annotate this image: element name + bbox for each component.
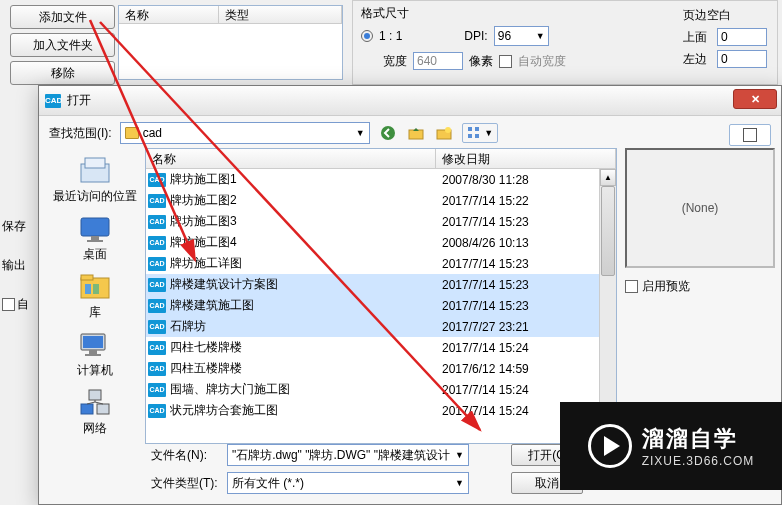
file-row[interactable]: CAD牌坊施工图12007/8/30 11:28 bbox=[146, 169, 599, 190]
file-row[interactable]: CAD牌楼建筑施工图2017/7/14 15:23 bbox=[146, 295, 599, 316]
file-date: 2008/4/26 10:13 bbox=[442, 236, 599, 250]
new-folder-icon[interactable] bbox=[434, 123, 454, 143]
svg-rect-15 bbox=[85, 284, 91, 294]
cad-file-icon: CAD bbox=[148, 362, 166, 376]
filetype-combo[interactable]: 所有文件 (*.*) ▼ bbox=[227, 472, 469, 494]
up-folder-icon[interactable] bbox=[406, 123, 426, 143]
ratio-radio[interactable] bbox=[361, 30, 373, 42]
remove-button[interactable]: 移除 bbox=[10, 61, 115, 85]
look-in-combo[interactable]: cad ▼ bbox=[120, 122, 370, 144]
settings-panel: 格式尺寸 1 : 1 DPI: 96 ▼ 宽度 像素 自动宽度 页 bbox=[352, 0, 778, 85]
header-name[interactable]: 名称 bbox=[146, 149, 436, 168]
width-input[interactable] bbox=[413, 52, 463, 70]
svg-rect-22 bbox=[81, 404, 93, 414]
place-libraries[interactable]: 库 bbox=[50, 268, 140, 324]
view-menu-icon[interactable]: ▼ bbox=[462, 123, 498, 143]
svg-rect-5 bbox=[475, 127, 479, 131]
file-row[interactable]: CAD牌坊施工图32017/7/14 15:23 bbox=[146, 211, 599, 232]
file-date: 2017/7/27 23:21 bbox=[442, 320, 599, 334]
file-row[interactable]: CAD牌楼建筑设计方案图2017/7/14 15:23 bbox=[146, 274, 599, 295]
file-row[interactable]: CAD四柱七楼牌楼2017/7/14 15:24 bbox=[146, 337, 599, 358]
scroll-up-button[interactable]: ▲ bbox=[600, 169, 616, 186]
filename-value: "石牌坊.dwg" "牌坊.DWG" "牌楼建筑设计 bbox=[232, 447, 450, 464]
auto-width-checkbox[interactable] bbox=[499, 55, 512, 68]
col-name[interactable]: 名称 bbox=[119, 6, 219, 23]
file-date: 2017/6/12 14:59 bbox=[442, 362, 599, 376]
file-name: 牌楼建筑设计方案图 bbox=[170, 276, 442, 293]
cad-file-icon: CAD bbox=[148, 215, 166, 229]
svg-rect-16 bbox=[93, 284, 99, 294]
close-button[interactable]: ✕ bbox=[733, 89, 777, 109]
file-name: 牌坊施工图4 bbox=[170, 234, 442, 251]
svg-rect-12 bbox=[87, 240, 103, 242]
add-folder-button[interactable]: 加入文件夹 bbox=[10, 33, 115, 57]
cad-icon: CAD bbox=[45, 94, 61, 108]
file-list-panel: 名称 类型 bbox=[118, 5, 343, 80]
margin-top-label: 上面 bbox=[683, 29, 711, 46]
filename-combo[interactable]: "石牌坊.dwg" "牌坊.DWG" "牌楼建筑设计 ▼ bbox=[227, 444, 469, 466]
file-row[interactable]: CAD状元牌坊合套施工图2017/7/14 15:24 bbox=[146, 400, 599, 421]
cad-file-icon: CAD bbox=[148, 320, 166, 334]
file-row[interactable]: CAD石牌坊2017/7/27 23:21 bbox=[146, 316, 599, 337]
svg-rect-20 bbox=[85, 354, 101, 356]
left-sidebar-labels: 保存 输出 自 bbox=[2, 218, 36, 335]
places-bar: 最近访问的位置 桌面 库 计算机 网络 bbox=[45, 148, 145, 444]
cad-file-icon: CAD bbox=[148, 299, 166, 313]
look-in-label: 查找范围(I): bbox=[49, 125, 112, 142]
add-file-button[interactable]: 添加文件 bbox=[10, 5, 115, 29]
dpi-value: 96 bbox=[498, 29, 511, 43]
enable-preview-checkbox[interactable] bbox=[625, 280, 638, 293]
svg-rect-9 bbox=[85, 158, 105, 168]
place-desktop[interactable]: 桌面 bbox=[50, 210, 140, 266]
chevron-down-icon: ▼ bbox=[536, 31, 545, 41]
file-row[interactable]: CAD四柱五楼牌楼2017/6/12 14:59 bbox=[146, 358, 599, 379]
margin-left-input[interactable] bbox=[717, 50, 767, 68]
file-date: 2017/7/14 15:24 bbox=[442, 383, 599, 397]
place-network[interactable]: 网络 bbox=[50, 384, 140, 440]
file-date: 2017/7/14 15:22 bbox=[442, 194, 599, 208]
svg-rect-18 bbox=[83, 336, 103, 348]
file-date: 2007/8/30 11:28 bbox=[442, 173, 599, 187]
cad-file-icon: CAD bbox=[148, 257, 166, 271]
cad-file-icon: CAD bbox=[148, 194, 166, 208]
place-recent-label: 最近访问的位置 bbox=[53, 188, 137, 205]
place-desktop-label: 桌面 bbox=[83, 246, 107, 263]
margin-left-label: 左边 bbox=[683, 51, 711, 68]
place-recent[interactable]: 最近访问的位置 bbox=[50, 152, 140, 208]
dialog-title: 打开 bbox=[67, 92, 91, 109]
place-computer[interactable]: 计算机 bbox=[50, 326, 140, 382]
folder-icon bbox=[125, 127, 139, 139]
file-name: 四柱五楼牌楼 bbox=[170, 360, 442, 377]
svg-point-0 bbox=[381, 126, 395, 140]
svg-rect-21 bbox=[89, 390, 101, 400]
play-icon bbox=[588, 424, 632, 468]
file-list: 名称 修改日期 CAD牌坊施工图12007/8/30 11:28CAD牌坊施工图… bbox=[145, 148, 617, 444]
margin-top-input[interactable] bbox=[717, 28, 767, 46]
dpi-select[interactable]: 96 ▼ bbox=[494, 26, 549, 46]
back-icon[interactable] bbox=[378, 123, 398, 143]
search-tool-button[interactable] bbox=[729, 124, 771, 146]
file-row[interactable]: CAD牌坊施工详图2017/7/14 15:23 bbox=[146, 253, 599, 274]
file-row[interactable]: CAD围墙、牌坊大门施工图2017/7/14 15:24 bbox=[146, 379, 599, 400]
auto-label: 自 bbox=[2, 296, 36, 313]
page-margin-label: 页边空白 bbox=[683, 7, 767, 24]
px-label: 像素 bbox=[469, 53, 493, 70]
filename-label: 文件名(N): bbox=[151, 447, 221, 464]
place-computer-label: 计算机 bbox=[77, 362, 113, 379]
file-name: 牌楼建筑施工图 bbox=[170, 297, 442, 314]
enable-preview-label: 启用预览 bbox=[642, 278, 690, 295]
file-date: 2017/7/14 15:23 bbox=[442, 215, 599, 229]
cad-file-icon: CAD bbox=[148, 278, 166, 292]
file-row[interactable]: CAD牌坊施工图42008/4/26 10:13 bbox=[146, 232, 599, 253]
header-date[interactable]: 修改日期 bbox=[436, 149, 616, 168]
file-row[interactable]: CAD牌坊施工图22017/7/14 15:22 bbox=[146, 190, 599, 211]
col-type[interactable]: 类型 bbox=[219, 6, 342, 23]
svg-rect-19 bbox=[89, 350, 97, 354]
file-date: 2017/7/14 15:23 bbox=[442, 299, 599, 313]
scroll-thumb[interactable] bbox=[601, 186, 615, 276]
save-label: 保存 bbox=[2, 218, 36, 235]
place-libraries-label: 库 bbox=[89, 304, 101, 321]
output-label: 输出 bbox=[2, 257, 36, 274]
file-name: 状元牌坊合套施工图 bbox=[170, 402, 442, 419]
chevron-down-icon: ▼ bbox=[356, 128, 365, 138]
